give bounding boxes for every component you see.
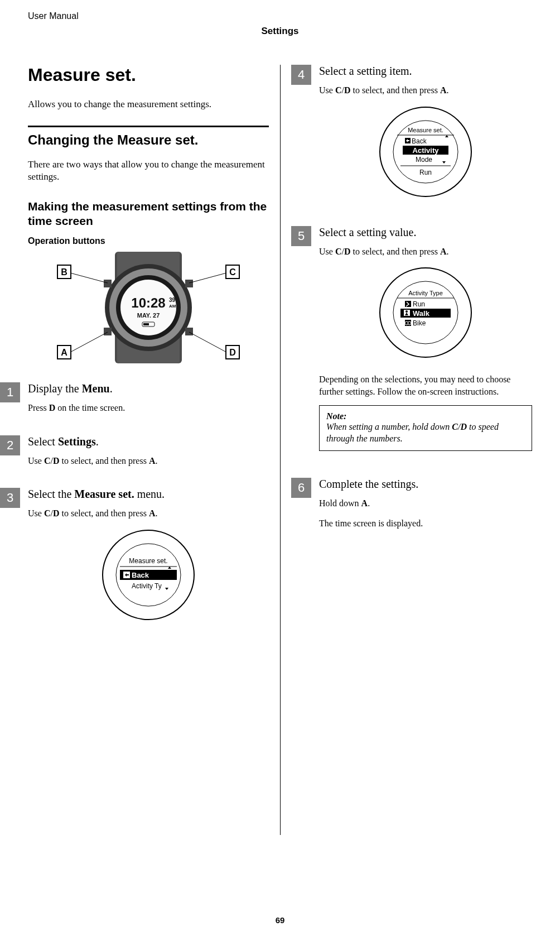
svg-rect-7 bbox=[143, 323, 149, 325]
column-divider bbox=[280, 65, 281, 835]
svg-text:Bike: Bike bbox=[413, 319, 426, 327]
step-desc: Use C/D to select, and then press A. bbox=[28, 455, 269, 467]
svg-line-14 bbox=[70, 332, 108, 352]
step-number: 4 bbox=[291, 65, 311, 85]
step-number: 5 bbox=[291, 226, 311, 246]
step-title: Display the Menu. bbox=[28, 382, 269, 395]
svg-line-13 bbox=[189, 273, 226, 283]
screen-figure-step4: Measure set. Back Activity Mode Run bbox=[319, 104, 532, 201]
intro-text: Allows you to change the measurement set… bbox=[28, 99, 269, 110]
step-extra: Depending on the selections, you may nee… bbox=[319, 373, 532, 397]
step-desc: Use C/D to select, and then press A. bbox=[319, 246, 532, 258]
watch-date: MAY. 27 bbox=[137, 312, 160, 319]
step-desc: Press D on the time screen. bbox=[28, 402, 269, 414]
svg-rect-10 bbox=[185, 280, 193, 287]
note-box: Note: When setting a number, hold down C… bbox=[319, 405, 532, 451]
subsection-heading: Making the measurement settings from the… bbox=[28, 199, 269, 229]
step-4: 4 Select a setting item. Use C/D to sele… bbox=[291, 65, 532, 213]
svg-line-12 bbox=[70, 273, 108, 283]
step-desc: Hold down A. bbox=[319, 497, 532, 510]
button-label-b: B bbox=[61, 267, 67, 277]
svg-text:Walk: Walk bbox=[413, 309, 430, 318]
chapter-title: Settings bbox=[28, 26, 532, 37]
button-label-d: D bbox=[229, 348, 236, 357]
svg-rect-11 bbox=[185, 328, 193, 335]
step-5: 5 Select a setting value. Use C/D to sel… bbox=[291, 226, 532, 464]
step-title: Select a setting item. bbox=[319, 65, 532, 78]
svg-text:Run: Run bbox=[419, 169, 432, 176]
page-number: 69 bbox=[0, 915, 560, 925]
step-title: Select Settings. bbox=[28, 435, 269, 448]
svg-line-15 bbox=[189, 332, 226, 352]
step-number: 1 bbox=[0, 382, 20, 402]
step-number: 2 bbox=[0, 435, 20, 455]
svg-text:Measure set.: Measure set. bbox=[408, 127, 443, 133]
step-3: 3 Select the Measure set. menu. Use C/D … bbox=[28, 488, 269, 636]
watch-time: 10:28 bbox=[131, 295, 165, 310]
step-number: 6 bbox=[291, 478, 311, 498]
section-rule bbox=[28, 126, 269, 127]
screen-figure-step5: Activity Type Run Walk Bike bbox=[319, 265, 532, 362]
screen-figure-step3: Measure set. Back Activity Ty bbox=[28, 527, 269, 625]
section-intro: There are two ways that allow you to cha… bbox=[28, 159, 269, 183]
note-text: When setting a number, hold down C/D to … bbox=[326, 421, 525, 445]
step-desc: Use C/D to select, and then press A. bbox=[28, 507, 269, 520]
step-title: Select a setting value. bbox=[319, 226, 532, 239]
svg-text:Back: Back bbox=[132, 571, 149, 579]
step-title: Complete the settings. bbox=[319, 478, 532, 491]
svg-text:Run: Run bbox=[413, 300, 425, 308]
button-label-c: C bbox=[229, 267, 236, 277]
section-heading: Changing the Measure set. bbox=[28, 133, 269, 147]
watch-seconds: 39 bbox=[169, 297, 176, 303]
svg-text:Activity Ty: Activity Ty bbox=[132, 582, 162, 590]
svg-point-51 bbox=[405, 310, 408, 313]
step-desc: Use C/D to select, and then press A. bbox=[319, 84, 532, 97]
svg-text:Measure set.: Measure set. bbox=[129, 557, 167, 565]
note-label: Note: bbox=[326, 411, 525, 421]
watch-ampm: AM bbox=[169, 304, 176, 309]
step-number: 3 bbox=[0, 488, 20, 508]
step-2: 2 Select Settings. Use C/D to select, an… bbox=[28, 435, 269, 475]
page-title: Measure set. bbox=[28, 65, 269, 85]
watch-figure: 10:28 39 AM MAY. 27 B C bbox=[28, 252, 269, 366]
watch-svg: 10:28 39 AM MAY. 27 B C bbox=[51, 252, 246, 363]
step-extra: The time screen is displayed. bbox=[319, 517, 532, 530]
step-title: Select the Measure set. menu. bbox=[28, 488, 269, 501]
svg-text:Activity Type: Activity Type bbox=[408, 290, 443, 296]
step-6: 6 Complete the settings. Hold down A. Th… bbox=[291, 478, 532, 537]
svg-rect-9 bbox=[104, 328, 112, 335]
svg-text:Activity: Activity bbox=[413, 146, 440, 155]
svg-rect-8 bbox=[104, 280, 112, 287]
step-1: 1 Display the Menu. Press D on the time … bbox=[28, 382, 269, 422]
button-label-a: A bbox=[61, 348, 67, 357]
svg-text:Mode: Mode bbox=[416, 156, 432, 164]
svg-text:Back: Back bbox=[412, 137, 427, 145]
operation-buttons-label: Operation buttons bbox=[28, 236, 269, 246]
header-label: User Manual bbox=[28, 11, 532, 21]
